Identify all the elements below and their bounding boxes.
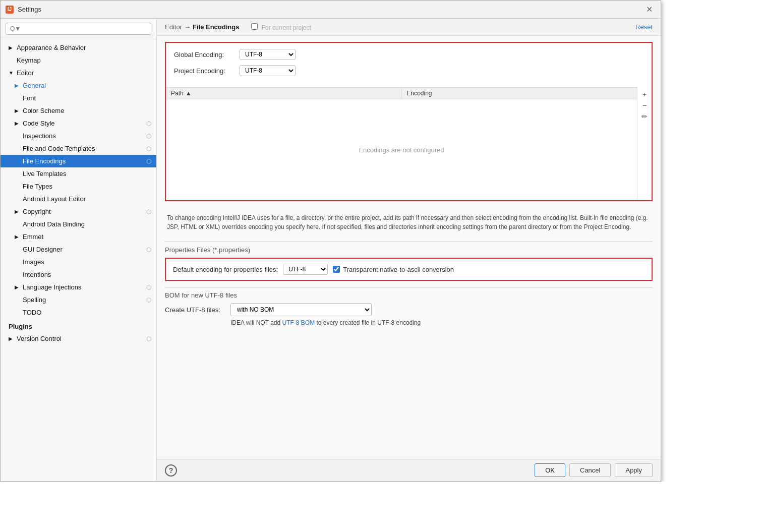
table-main: Path ▲ Encoding Encodings are not config…	[166, 87, 637, 200]
sidebar-item-keymap[interactable]: Keymap	[1, 54, 156, 67]
expand-arrow	[15, 259, 21, 265]
sidebar-item-emmet[interactable]: ▶ Emmet	[1, 230, 156, 243]
add-row-button[interactable]: +	[639, 89, 650, 99]
breadcrumb: Editor → File Encodings For current proj…	[165, 23, 311, 31]
sidebar-item-androiddatabinding[interactable]: Android Data Binding	[1, 218, 156, 230]
plugins-label: Plugins	[9, 323, 32, 330]
sidebar-item-copyright[interactable]: ▶ Copyright ⬡	[1, 205, 156, 218]
sidebar-item-appearance[interactable]: ▶ Appearance & Behavior	[1, 41, 156, 54]
sidebar-item-livetemplates[interactable]: Live Templates	[1, 167, 156, 180]
ok-button[interactable]: OK	[535, 463, 565, 477]
sidebar-item-label: Images	[23, 258, 44, 266]
content-panel: Editor → File Encodings For current proj…	[157, 19, 661, 481]
search-input[interactable]	[6, 23, 151, 35]
window-title: Settings	[18, 6, 41, 13]
bom-section: BOM for new UTF-8 files Create UTF-8 fil…	[165, 287, 653, 326]
sidebar-item-editor[interactable]: ▼ Editor	[1, 67, 156, 79]
sidebar-item-label: Color Scheme	[23, 107, 64, 114]
properties-content: Default encoding for properties files: U…	[165, 258, 653, 281]
expand-arrow	[15, 158, 21, 164]
expand-arrow	[15, 297, 21, 303]
help-button[interactable]: ?	[165, 464, 177, 477]
sidebar-item-label: Inspections	[23, 132, 56, 140]
breadcrumb-editor: Editor	[165, 23, 182, 31]
sidebar-item-filetypes[interactable]: File Types	[1, 180, 156, 193]
sidebar-item-label: Keymap	[17, 56, 41, 64]
sidebar-item-androidlayouteditor[interactable]: Android Layout Editor	[1, 193, 156, 205]
global-encoding-select[interactable]: UTF-8 UTF-16 ISO-8859-1	[240, 49, 296, 60]
bottom-bar: ? OK Cancel Apply	[157, 459, 661, 481]
table-header: Path ▲ Encoding	[166, 87, 637, 99]
expand-arrow	[15, 272, 21, 277]
apply-button[interactable]: Apply	[615, 463, 653, 477]
sidebar-item-todo[interactable]: TODO	[1, 306, 156, 319]
copy-icon: ⬡	[146, 120, 151, 127]
expand-arrow: ▶	[15, 284, 21, 290]
sidebar-item-fileandcodetemplates[interactable]: File and Code Templates ⬡	[1, 142, 156, 155]
expand-arrow	[15, 184, 21, 189]
expand-arrow: ▶	[9, 45, 15, 50]
expand-arrow: ▼	[9, 70, 15, 76]
sidebar-item-fileencodings[interactable]: File Encodings ⬡	[1, 155, 156, 167]
sidebar-item-general[interactable]: ▶ General	[1, 79, 156, 92]
sidebar-item-spelling[interactable]: Spelling ⬡	[1, 293, 156, 306]
title-bar: IJ Settings ✕	[1, 1, 661, 19]
sidebar-item-codestyle[interactable]: ▶ Code Style ⬡	[1, 117, 156, 130]
sidebar-item-colorscheme[interactable]: ▶ Color Scheme	[1, 104, 156, 117]
sort-arrow: ▲	[186, 90, 192, 97]
expand-arrow: ▶	[15, 209, 21, 214]
table-body: Encodings are not configured	[166, 99, 637, 200]
sidebar-item-label: Appearance & Behavior	[17, 44, 86, 51]
bom-link[interactable]: UTF-8 BOM	[282, 319, 315, 326]
global-encoding-label: Global Encoding:	[174, 51, 240, 58]
sidebar-item-label: Code Style	[23, 120, 55, 127]
encoding-table: Path ▲ Encoding Encodings are not config…	[166, 87, 652, 200]
expand-arrow	[15, 196, 21, 202]
cancel-button[interactable]: Cancel	[569, 463, 611, 477]
sidebar-item-label: TODO	[23, 309, 41, 316]
sidebar-item-versioncontrol[interactable]: ▶ Version Control ⬡	[1, 332, 156, 345]
sidebar-item-guidesigner[interactable]: GUI Designer ⬡	[1, 243, 156, 256]
expand-arrow	[15, 171, 21, 176]
sidebar-item-label: Version Control	[17, 335, 62, 342]
sidebar-item-label: Live Templates	[23, 170, 66, 178]
create-utf8-label: Create UTF-8 files:	[165, 306, 225, 314]
expand-arrow: ▶	[15, 234, 21, 240]
default-encoding-label: Default encoding for properties files:	[173, 266, 278, 273]
bom-row: Create UTF-8 files: with NO BOM with BOM…	[165, 303, 653, 316]
col-encoding: Encoding	[402, 88, 637, 99]
title-bar-left: IJ Settings	[6, 6, 41, 14]
sidebar: ▶ Appearance & Behavior Keymap ▼ Editor …	[1, 19, 157, 481]
default-encoding-select[interactable]: UTF-8 UTF-16	[283, 264, 328, 275]
sidebar-item-images[interactable]: Images	[1, 256, 156, 268]
copy-icon: ⬡	[146, 284, 151, 291]
transparent-group: Transparent native-to-ascii conversion	[333, 266, 454, 273]
sidebar-item-label: Intentions	[23, 271, 51, 278]
project-encoding-label: Project Encoding:	[174, 67, 240, 75]
properties-section-title: Properties Files (*.properties)	[165, 242, 653, 254]
for-current-project-checkbox[interactable]	[251, 23, 258, 30]
info-text: To change encoding IntelliJ IDEA uses fo…	[157, 207, 661, 238]
create-utf8-select[interactable]: with NO BOM with BOM with BOM (when need…	[230, 303, 372, 316]
transparent-checkbox[interactable]	[333, 266, 340, 273]
copy-icon: ⬡	[146, 208, 151, 215]
remove-row-button[interactable]: −	[639, 100, 650, 110]
transparent-label: Transparent native-to-ascii conversion	[343, 266, 454, 273]
sidebar-item-label: Font	[23, 94, 36, 102]
reset-label[interactable]: Reset	[635, 23, 653, 31]
settings-window: IJ Settings ✕ ▶ Appearance & Behavior Ke…	[0, 0, 661, 482]
expand-arrow	[15, 133, 21, 139]
sidebar-item-languageinjections[interactable]: ▶ Language Injections ⬡	[1, 281, 156, 293]
bom-info: IDEA will NOT add UTF-8 BOM to every cre…	[165, 319, 653, 326]
sidebar-item-label: Editor	[17, 69, 34, 77]
project-encoding-select[interactable]: UTF-8 UTF-16 ISO-8859-1	[240, 65, 296, 76]
close-button[interactable]: ✕	[643, 4, 656, 15]
plugins-group[interactable]: Plugins	[1, 319, 156, 332]
sidebar-item-intentions[interactable]: Intentions	[1, 268, 156, 281]
sidebar-item-label: File Types	[23, 183, 52, 190]
sidebar-item-inspections[interactable]: Inspections ⬡	[1, 130, 156, 142]
sidebar-item-label: File Encodings	[23, 157, 66, 165]
sidebar-item-font[interactable]: Font	[1, 92, 156, 104]
edit-row-button[interactable]: ✏	[639, 111, 650, 122]
properties-section: Properties Files (*.properties) Default …	[165, 242, 653, 281]
